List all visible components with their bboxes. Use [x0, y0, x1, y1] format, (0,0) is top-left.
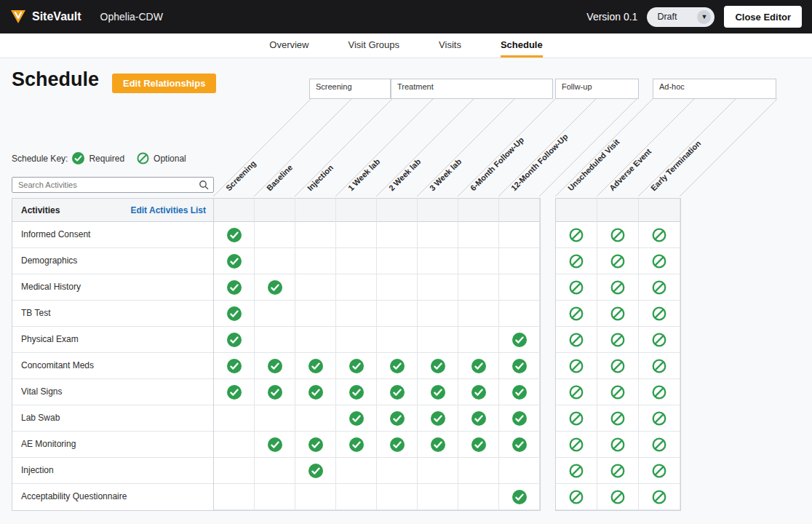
schedule-cell[interactable] — [639, 458, 680, 484]
schedule-cell[interactable] — [255, 379, 295, 405]
schedule-cell[interactable] — [639, 274, 680, 301]
schedule-cell[interactable] — [418, 484, 458, 510]
schedule-cell[interactable] — [295, 353, 336, 379]
schedule-cell[interactable] — [336, 458, 377, 484]
schedule-cell[interactable] — [377, 222, 418, 248]
schedule-cell[interactable] — [639, 484, 680, 510]
close-editor-button[interactable]: Close Editor — [724, 6, 802, 28]
tab-schedule[interactable]: Schedule — [501, 33, 543, 57]
schedule-cell[interactable] — [458, 484, 499, 510]
schedule-cell[interactable] — [377, 274, 418, 301]
schedule-cell[interactable] — [597, 248, 639, 274]
schedule-cell[interactable] — [556, 222, 597, 248]
schedule-cell[interactable] — [499, 458, 540, 484]
schedule-cell[interactable] — [597, 405, 639, 432]
schedule-cell[interactable] — [377, 248, 418, 274]
schedule-cell[interactable] — [458, 274, 499, 301]
schedule-cell[interactable] — [458, 327, 499, 353]
schedule-cell[interactable] — [499, 405, 540, 432]
tab-visits[interactable]: Visits — [439, 33, 461, 57]
visit-column-label-2-week-lab[interactable]: 2 Week lab — [386, 156, 423, 193]
schedule-cell[interactable] — [336, 301, 377, 327]
schedule-cell[interactable] — [377, 484, 418, 510]
schedule-cell[interactable] — [597, 353, 639, 379]
schedule-cell[interactable] — [255, 484, 295, 510]
schedule-cell[interactable] — [255, 432, 295, 458]
schedule-cell[interactable] — [556, 274, 597, 301]
schedule-cell[interactable] — [336, 248, 377, 274]
status-dropdown[interactable]: Draft ▼ — [647, 7, 715, 27]
schedule-cell[interactable] — [255, 405, 295, 432]
schedule-cell[interactable] — [499, 301, 540, 327]
schedule-cell[interactable] — [597, 222, 639, 248]
schedule-cell[interactable] — [214, 222, 255, 248]
schedule-cell[interactable] — [458, 353, 499, 379]
schedule-cell[interactable] — [214, 432, 255, 458]
schedule-cell[interactable] — [214, 248, 255, 274]
schedule-cell[interactable] — [418, 458, 458, 484]
visit-column-label-adverse-event[interactable]: Adverse Event — [607, 146, 653, 193]
schedule-cell[interactable] — [377, 432, 418, 458]
schedule-cell[interactable] — [214, 405, 255, 432]
schedule-cell[interactable] — [336, 274, 377, 301]
schedule-cell[interactable] — [556, 301, 597, 327]
schedule-cell[interactable] — [639, 353, 680, 379]
schedule-cell[interactable] — [499, 222, 540, 248]
schedule-cell[interactable] — [499, 274, 540, 301]
schedule-cell[interactable] — [556, 484, 597, 510]
schedule-cell[interactable] — [214, 484, 255, 510]
visit-column-label-screening[interactable]: Screening — [223, 158, 258, 193]
schedule-cell[interactable] — [295, 458, 336, 484]
schedule-cell[interactable] — [556, 327, 597, 353]
schedule-cell[interactable] — [295, 379, 336, 405]
schedule-cell[interactable] — [295, 222, 336, 248]
schedule-cell[interactable] — [255, 222, 295, 248]
schedule-cell[interactable] — [639, 248, 680, 274]
schedule-cell[interactable] — [418, 248, 458, 274]
schedule-cell[interactable] — [597, 301, 639, 327]
schedule-cell[interactable] — [377, 327, 418, 353]
schedule-cell[interactable] — [336, 222, 377, 248]
schedule-cell[interactable] — [418, 301, 458, 327]
schedule-cell[interactable] — [556, 353, 597, 379]
schedule-cell[interactable] — [295, 301, 336, 327]
schedule-cell[interactable] — [556, 458, 597, 484]
schedule-cell[interactable] — [418, 274, 458, 301]
schedule-cell[interactable] — [295, 327, 336, 353]
schedule-cell[interactable] — [597, 379, 639, 405]
edit-activities-list-link[interactable]: Edit Activities List — [130, 205, 206, 215]
schedule-cell[interactable] — [336, 405, 377, 432]
schedule-cell[interactable] — [255, 327, 295, 353]
schedule-cell[interactable] — [336, 432, 377, 458]
schedule-cell[interactable] — [418, 353, 458, 379]
schedule-cell[interactable] — [295, 405, 336, 432]
schedule-cell[interactable] — [639, 379, 680, 405]
schedule-cell[interactable] — [458, 248, 499, 274]
schedule-cell[interactable] — [458, 379, 499, 405]
schedule-cell[interactable] — [639, 432, 680, 458]
schedule-cell[interactable] — [295, 274, 336, 301]
schedule-cell[interactable] — [255, 274, 295, 301]
schedule-cell[interactable] — [458, 301, 499, 327]
schedule-cell[interactable] — [295, 248, 336, 274]
schedule-cell[interactable] — [336, 379, 377, 405]
schedule-cell[interactable] — [597, 327, 639, 353]
schedule-cell[interactable] — [214, 274, 255, 301]
schedule-cell[interactable] — [639, 301, 680, 327]
schedule-cell[interactable] — [499, 248, 540, 274]
schedule-cell[interactable] — [556, 248, 597, 274]
schedule-cell[interactable] — [418, 432, 458, 458]
schedule-cell[interactable] — [214, 301, 255, 327]
schedule-cell[interactable] — [377, 458, 418, 484]
visit-column-label-baseline[interactable]: Baseline — [264, 162, 295, 193]
schedule-cell[interactable] — [639, 405, 680, 432]
schedule-cell[interactable] — [377, 353, 418, 379]
schedule-cell[interactable] — [458, 405, 499, 432]
schedule-cell[interactable] — [255, 353, 295, 379]
schedule-cell[interactable] — [458, 222, 499, 248]
schedule-cell[interactable] — [418, 222, 458, 248]
schedule-cell[interactable] — [597, 432, 639, 458]
visit-column-label-injection[interactable]: Injection — [305, 162, 335, 193]
schedule-cell[interactable] — [458, 432, 499, 458]
tab-overview[interactable]: Overview — [269, 33, 309, 57]
